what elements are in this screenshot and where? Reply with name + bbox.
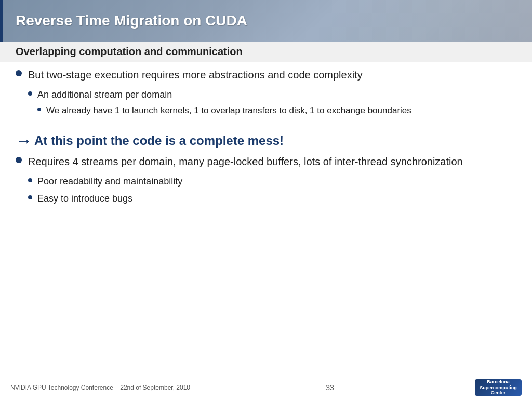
logo-text: Barcelona Supercomputing Center [480,379,517,396]
footer-logo-area: Barcelona Supercomputing Center [470,379,522,397]
bullet-item-2-2: Easy to introduce bugs [28,192,516,205]
bullet-item-1-1-1: We already have 1 to launch kernels, 1 t… [37,104,516,117]
bsc-logo: Barcelona Supercomputing Center [475,379,522,396]
arrow-callout: → At this point the code is a complete m… [16,132,516,149]
footer-conference-text: NVIDIA GPU Technology Conference – 22nd … [10,384,190,391]
bullet-item-1-1: An additional stream per domain [28,88,516,101]
footer-page-number: 33 [326,383,334,392]
callout-text: At this point the code is a complete mes… [34,134,284,148]
bullet-item-2-1: Poor readability and maintainability [28,175,516,188]
bullet-1-1-1-text: We already have 1 to launch kernels, 1 t… [46,104,411,117]
arrow-icon: → [16,132,32,149]
header-bg-overlay [324,0,532,42]
slide-title: Reverse Time Migration on CUDA [16,12,247,29]
bullet-2-1-text: Poor readability and maintainability [37,175,182,188]
header: Reverse Time Migration on CUDA [0,0,532,42]
bullet-dot-1 [16,70,22,76]
bullet-1-text: But two-stage execution requires more ab… [28,68,363,82]
bullet-dot-2-1 [28,178,32,182]
header-accent [0,0,3,42]
bullet-dot-1-1 [28,91,32,96]
bullet-dot-1-1-1 [37,108,41,111]
bullet-dot-2-2 [28,195,32,200]
bullet-item-1: But two-stage execution requires more ab… [16,68,516,82]
subheading-text: Overlapping computation and communicatio… [16,46,243,57]
subheading: Overlapping computation and communicatio… [0,42,532,62]
bullet-item-2: Requires 4 streams per domain, many page… [16,154,516,169]
bullet-1-1-text: An additional stream per domain [37,88,172,101]
main-content: But two-stage execution requires more ab… [16,62,516,373]
bullet-2-text: Requires 4 streams per domain, many page… [28,154,463,169]
bullet-dot-2 [16,157,22,163]
footer: NVIDIA GPU Technology Conference – 22nd … [0,376,532,399]
bullet-2-2-text: Easy to introduce bugs [37,192,132,205]
